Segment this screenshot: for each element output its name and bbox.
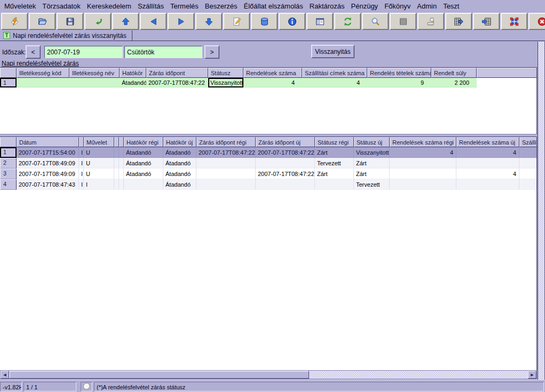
prev-record-button[interactable]: [140, 13, 167, 30]
row-number-cell[interactable]: 4: [0, 179, 17, 190]
column-header-datum[interactable]: Dátum: [17, 137, 79, 147]
cell[interactable]: 2007-07-17T15:54:00: [17, 147, 79, 158]
open-button[interactable]: [29, 13, 56, 30]
detail-window-button[interactable]: [306, 13, 333, 30]
cell[interactable]: Átadandó: [163, 158, 196, 169]
cell[interactable]: 2007-07-17T08:47:22: [256, 169, 315, 179]
cell[interactable]: Zárt: [315, 169, 354, 179]
cell[interactable]: [114, 169, 119, 179]
vertical-scrollbar[interactable]: [538, 42, 545, 380]
cell[interactable]: [519, 169, 537, 179]
cell[interactable]: Visszanyitott: [354, 147, 390, 158]
column-header-illetekesseg-kod[interactable]: Illetékesség kód: [17, 68, 69, 78]
menu-item-eloallat-elszamolas[interactable]: Élőállat elszámolás: [241, 1, 306, 11]
calculator-button[interactable]: [417, 13, 444, 30]
section-title-link[interactable]: Napi rendelésfelvétel zárás: [2, 60, 79, 67]
first-record-button[interactable]: [112, 13, 139, 30]
cell[interactable]: I: [84, 179, 114, 190]
menu-item-torzsadatok[interactable]: Törzsadatok: [39, 1, 84, 11]
column-header-rendelesek-szama-uj[interactable]: Rendelések száma új: [456, 137, 519, 147]
cell[interactable]: [124, 179, 163, 190]
cell[interactable]: I: [79, 169, 84, 179]
prev-day-button[interactable]: <: [26, 45, 41, 59]
cell[interactable]: 2007-07-17T08:47:43: [17, 179, 79, 190]
cell[interactable]: 2007-07-17T08:49:09: [17, 169, 79, 179]
print-button[interactable]: [390, 13, 416, 30]
cell[interactable]: U: [84, 147, 114, 158]
cell[interactable]: [390, 158, 456, 169]
column-header-blank[interactable]: [119, 137, 124, 147]
cell[interactable]: Átadandó: [124, 147, 163, 158]
cell[interactable]: [114, 158, 119, 169]
cell[interactable]: [196, 169, 256, 179]
cell[interactable]: [519, 158, 537, 169]
column-header-rendelesek-szama[interactable]: Rendelések száma: [243, 68, 302, 78]
cell[interactable]: Átadandó: [163, 169, 196, 179]
column-header-blank[interactable]: [79, 137, 84, 147]
menu-item-szallitas[interactable]: Szállítás: [135, 1, 167, 11]
cell[interactable]: [519, 147, 537, 158]
import-table-button[interactable]: [473, 13, 500, 30]
row-number-cell[interactable]: 3: [0, 169, 17, 179]
column-header-statusz[interactable]: Státusz: [208, 68, 243, 78]
cell[interactable]: I: [79, 158, 84, 169]
row-number-cell[interactable]: 1: [0, 147, 17, 158]
scroll-right-button[interactable]: ▶: [528, 371, 536, 379]
cell[interactable]: [519, 179, 537, 190]
cell[interactable]: [390, 169, 456, 179]
cell[interactable]: 9: [367, 78, 431, 87]
cell[interactable]: Átadandó: [124, 158, 163, 169]
cell[interactable]: 2 200: [431, 78, 477, 87]
scroll-left-button[interactable]: ◀: [1, 371, 9, 379]
cell[interactable]: Átadandó: [163, 147, 196, 158]
cell[interactable]: [456, 158, 519, 169]
cell[interactable]: 2007-07-17T08:47:22: [196, 147, 256, 158]
cell[interactable]: Visszanyitott: [208, 78, 243, 87]
next-day-button[interactable]: >: [204, 45, 219, 59]
cell[interactable]: [119, 147, 124, 158]
menu-item-termeles[interactable]: Termelés: [167, 1, 202, 11]
cell[interactable]: Tervezett: [315, 158, 354, 169]
cell[interactable]: 4: [456, 169, 519, 179]
cell[interactable]: [114, 179, 119, 190]
next-record-button[interactable]: [168, 13, 194, 30]
cell[interactable]: [456, 179, 519, 190]
cell[interactable]: 2007-07-17T08:49:09: [17, 158, 79, 169]
column-header-zaras-idopont[interactable]: Zárás időpont: [146, 68, 208, 78]
row-number-cell[interactable]: 1: [0, 78, 17, 87]
cell[interactable]: [256, 158, 315, 169]
last-record-button[interactable]: [195, 13, 222, 30]
save-button[interactable]: [57, 13, 83, 30]
cell[interactable]: [119, 169, 124, 179]
cell[interactable]: U: [84, 158, 114, 169]
cell[interactable]: Átadandó: [124, 169, 163, 179]
column-header-zaras-idopont-uj[interactable]: Zárás időpont új: [256, 137, 315, 147]
cell[interactable]: [196, 158, 256, 169]
info-button[interactable]: [279, 13, 305, 30]
column-header-rendelesek-szama-regi[interactable]: Rendelések száma régi: [390, 137, 456, 147]
column-header-hatokor[interactable]: Hatókör: [120, 68, 146, 78]
search-button[interactable]: [362, 13, 389, 30]
menu-item-penzugy[interactable]: Pénzügy: [348, 1, 382, 11]
menu-item-raktarozas[interactable]: Raktározás: [306, 1, 348, 11]
cell[interactable]: [315, 179, 354, 190]
refresh-button[interactable]: [334, 13, 361, 30]
cell[interactable]: Átadandó: [163, 179, 196, 190]
column-header-hatokor-uj[interactable]: Hatókör új: [163, 137, 196, 147]
fit-table-button[interactable]: [501, 13, 527, 30]
column-header-statusz-uj[interactable]: Státusz új: [354, 137, 390, 147]
column-header-szallitasi-cimek-szama[interactable]: Szállítási címek száma: [302, 68, 367, 78]
menu-item-fokonyv[interactable]: Főkönyv: [381, 1, 414, 11]
column-header-statusz-regi[interactable]: Státusz régi: [315, 137, 354, 147]
cell[interactable]: [119, 179, 124, 190]
menu-item-teszt[interactable]: Teszt: [440, 1, 462, 11]
cell[interactable]: I: [79, 147, 84, 158]
column-header-illetekesseg-nev[interactable]: Illetékesség név: [69, 68, 120, 78]
cell[interactable]: [256, 179, 315, 190]
column-header-zaras-idopont-regi[interactable]: Zárás időpont régi: [196, 137, 256, 147]
cell[interactable]: [390, 179, 456, 190]
database-button[interactable]: [251, 13, 278, 30]
cell[interactable]: Zárt: [354, 158, 390, 169]
column-header-hatokor-regi[interactable]: Hatókör régi: [124, 137, 163, 147]
cell[interactable]: Tervezett: [354, 179, 390, 190]
